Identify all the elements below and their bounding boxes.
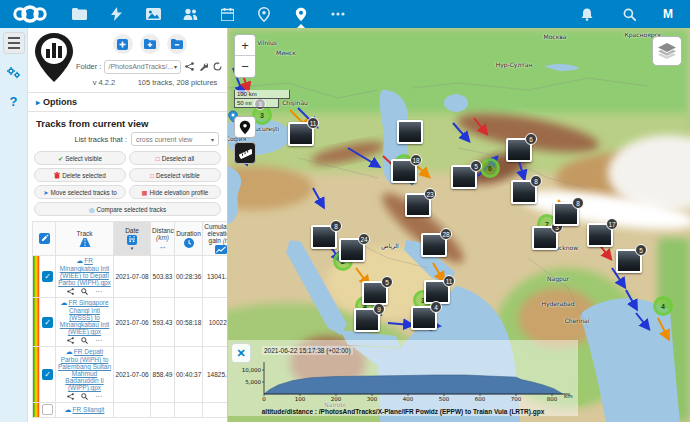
zoom-in-button[interactable]: + bbox=[235, 35, 255, 56]
track-cluster-marker[interactable]: 4 bbox=[653, 296, 673, 316]
search-icon[interactable] bbox=[616, 1, 642, 27]
photo-marker[interactable] bbox=[397, 120, 423, 144]
screen: M ? bbox=[0, 0, 690, 422]
photo-marker[interactable]: 5 bbox=[362, 281, 388, 305]
zoom-track-icon[interactable] bbox=[81, 288, 88, 296]
date-column-header[interactable]: Date ▾ bbox=[114, 222, 151, 256]
photo-marker[interactable]: 9 bbox=[354, 308, 380, 332]
photos-app-icon[interactable] bbox=[140, 1, 166, 27]
notifications-bell-icon[interactable] bbox=[574, 1, 600, 27]
measure-tool-button[interactable] bbox=[234, 142, 256, 164]
settings-gears-icon[interactable] bbox=[6, 66, 21, 82]
track-checkbox[interactable]: ✓ bbox=[42, 317, 53, 328]
track-link[interactable]: ☁FR Depati Parbo (WIPH) to Palembang Sul… bbox=[58, 348, 111, 391]
contacts-app-icon[interactable] bbox=[177, 1, 203, 27]
share-icon[interactable] bbox=[67, 393, 74, 401]
add-track-button[interactable] bbox=[113, 34, 133, 54]
list-tracks-select[interactable]: cross current view ▾ bbox=[131, 132, 219, 146]
photo-marker[interactable]: 8 bbox=[553, 202, 579, 226]
move-selected-button[interactable]: ➤Move selected tracks to bbox=[34, 185, 126, 199]
zoom-track-icon[interactable] bbox=[81, 337, 88, 345]
maps-app-icon[interactable] bbox=[251, 1, 277, 27]
more-apps-icon[interactable] bbox=[325, 1, 351, 27]
more-options-icon[interactable]: ⋯ bbox=[95, 393, 102, 401]
list-tracks-label: List tracks that : bbox=[36, 135, 127, 144]
photo-marker[interactable]: 24 bbox=[339, 238, 365, 262]
wrench-icon[interactable] bbox=[198, 59, 209, 74]
track-segment[interactable] bbox=[453, 123, 468, 140]
photo-marker[interactable]: 6 bbox=[506, 138, 532, 162]
refresh-icon[interactable] bbox=[212, 59, 223, 74]
zoom-control: + − bbox=[234, 34, 256, 78]
track-segment[interactable] bbox=[474, 118, 486, 133]
marker-toggle-button[interactable] bbox=[234, 116, 256, 138]
zoom-out-button[interactable]: − bbox=[235, 56, 255, 77]
deselect-all-button[interactable]: □Deselect all bbox=[129, 151, 221, 165]
more-options-icon[interactable]: ⋯ bbox=[95, 337, 102, 345]
track-checkbox[interactable]: ✓ bbox=[42, 369, 53, 380]
photo-marker[interactable]: 28 bbox=[421, 233, 447, 257]
options-section-toggle[interactable]: ▸Options bbox=[28, 92, 227, 112]
help-button[interactable]: ? bbox=[10, 94, 18, 109]
photo-marker[interactable]: 4 bbox=[411, 306, 437, 330]
photo-marker[interactable]: 11 bbox=[288, 122, 314, 146]
distance-column-header[interactable]: Distance (km) ↔ bbox=[151, 222, 175, 256]
track-link[interactable]: ☁FR Singapore Changi Intl (WSSS) to Mina… bbox=[60, 299, 110, 335]
track-checkbox-cell: ✓ bbox=[40, 256, 56, 298]
duration-column-header[interactable]: Duration bbox=[175, 222, 203, 256]
map[interactable]: МоскваКрасноярскVilniusМинскНур-СултанCh… bbox=[228, 28, 690, 422]
track-column-header[interactable]: Track bbox=[56, 222, 114, 256]
photo-marker[interactable]: 5 bbox=[451, 165, 477, 189]
track-segment[interactable] bbox=[636, 313, 648, 328]
track-segment[interactable] bbox=[313, 188, 323, 206]
photo-marker[interactable]: 8 bbox=[511, 180, 537, 204]
user-avatar[interactable]: M bbox=[658, 4, 678, 24]
open-folder-button[interactable] bbox=[167, 34, 187, 54]
track-link[interactable]: ☁FR Silangit bbox=[65, 406, 105, 413]
layers-control[interactable] bbox=[652, 36, 682, 66]
photo-marker[interactable]: 5 bbox=[616, 249, 642, 273]
calendar-app-icon[interactable] bbox=[214, 1, 240, 27]
zoom-track-icon[interactable] bbox=[81, 393, 88, 401]
chevron-down-icon: ▾ bbox=[211, 136, 214, 143]
track-cluster-marker[interactable]: 6 bbox=[480, 158, 500, 178]
track-link[interactable]: ☁FR Minangkabau Intl (WIEE) to Depati Pa… bbox=[58, 257, 111, 286]
share-icon[interactable] bbox=[67, 337, 74, 345]
track-checkbox[interactable]: ✓ bbox=[42, 271, 53, 282]
photo-marker[interactable]: 18 bbox=[391, 159, 417, 183]
photo-marker[interactable]: 23 bbox=[405, 193, 431, 217]
folder-select[interactable]: /PhotosAndTracks/... ▾ bbox=[104, 60, 181, 74]
files-app-icon[interactable] bbox=[66, 1, 92, 27]
more-options-icon[interactable]: ⋯ bbox=[95, 288, 102, 296]
track-segment[interactable] bbox=[388, 323, 411, 325]
photo-count-badge: 11 bbox=[307, 117, 319, 129]
add-folder-button[interactable] bbox=[140, 34, 160, 54]
track-segment[interactable] bbox=[626, 290, 636, 308]
hamburger-menu-icon[interactable] bbox=[3, 32, 25, 54]
track-segment[interactable] bbox=[658, 318, 668, 338]
select-visible-button[interactable]: ✔Select visible bbox=[34, 151, 126, 165]
share-icon[interactable] bbox=[67, 288, 74, 296]
track-actions: ✔Select visible □Deselect all Delete sel… bbox=[34, 151, 221, 216]
gpxpod-app-icon[interactable] bbox=[288, 1, 314, 27]
track-gain bbox=[203, 403, 229, 418]
track-segment[interactable] bbox=[433, 263, 443, 280]
cloud-icon: ☁ bbox=[60, 299, 67, 307]
photo-marker[interactable]: 8 bbox=[311, 225, 337, 249]
compare-tracks-button[interactable]: ◎Compare selected tracks bbox=[34, 202, 221, 216]
map-pin-icon bbox=[239, 120, 251, 135]
photo-marker[interactable]: 3 bbox=[532, 226, 558, 250]
edit-column-header[interactable] bbox=[33, 222, 56, 256]
photo-thumbnail[interactable] bbox=[397, 120, 423, 144]
svg-text:700: 700 bbox=[511, 396, 522, 402]
share-folder-icon[interactable] bbox=[184, 59, 195, 74]
deselect-visible-button[interactable]: □Deselect visible bbox=[129, 168, 221, 182]
nextcloud-logo-icon[interactable] bbox=[10, 5, 50, 23]
activity-app-icon[interactable] bbox=[103, 1, 129, 27]
gain-column-header[interactable]: Cumulative elevation gain (m) bbox=[203, 222, 229, 256]
delete-selected-button[interactable]: Delete selected bbox=[34, 168, 126, 182]
track-checkbox[interactable] bbox=[42, 404, 53, 415]
photo-marker[interactable]: 17 bbox=[587, 223, 613, 247]
track-segment[interactable] bbox=[348, 148, 378, 166]
hide-elevation-button[interactable]: ▦Hide elevation profile bbox=[129, 185, 221, 199]
